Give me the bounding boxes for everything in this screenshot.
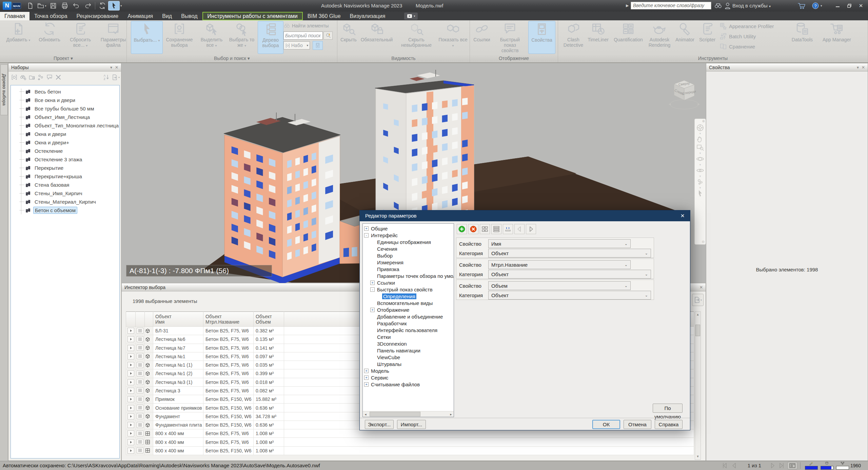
import-button[interactable]: Импорт...: [397, 420, 426, 429]
ribbon-button-cube-lock[interactable]: Обязательный: [359, 21, 394, 54]
tree-expander-icon[interactable]: +: [364, 226, 369, 231]
property-combo[interactable]: Объем⌄: [488, 281, 631, 290]
options-tree-hscrollbar[interactable]: ◂ ▸: [363, 411, 454, 417]
row-grid-button[interactable]: [137, 447, 143, 453]
scroll-down-icon[interactable]: ▼: [695, 454, 701, 459]
options-tree-item[interactable]: Привязка: [363, 266, 454, 272]
ribbon-group-label[interactable]: Проект ▾: [0, 55, 126, 62]
set-item[interactable]: Перекрытие: [11, 164, 119, 172]
navbar-more-icon[interactable]: ⊖: [702, 240, 705, 244]
row-zoom-button[interactable]: [127, 353, 134, 360]
swap-definition-button[interactable]: [503, 224, 513, 234]
options-tree-item[interactable]: Сечения: [363, 245, 454, 252]
ribbon-button-appman[interactable]: App Manager: [820, 21, 854, 54]
ribbon-group-label[interactable]: Инструменты: [558, 55, 868, 62]
qat-customize-icon[interactable]: ▾: [120, 4, 122, 7]
find-gear-button[interactable]: [19, 73, 27, 81]
export-button[interactable]: ▾: [111, 73, 120, 81]
navbar-select-icon[interactable]: [696, 189, 704, 198]
row-zoom-button[interactable]: [127, 379, 134, 385]
set-item[interactable]: Стены_Материал_Кирпич: [11, 198, 119, 206]
set-item[interactable]: Остекление: [11, 147, 119, 155]
ribbon-tab-4[interactable]: Анимация: [123, 12, 157, 20]
options-tree-item[interactable]: Штурвалы: [363, 361, 454, 367]
navbar-zoom-window-icon[interactable]: [696, 143, 704, 151]
new-set-button[interactable]: [36, 73, 45, 81]
row-zoom-button[interactable]: [127, 439, 134, 445]
navbar-dropdown-icon[interactable]: ▾: [699, 132, 701, 135]
category-combo[interactable]: Объект⌄: [488, 270, 651, 279]
qat-new-file-button[interactable]: [24, 1, 36, 11]
close-button[interactable]: ✕: [856, 2, 865, 9]
xmark-button[interactable]: [54, 73, 63, 81]
navigation-bar[interactable]: ⊗ ⊖ ▾▾▾▾▾: [694, 119, 706, 245]
ribbon-group-label[interactable]: Видимость: [337, 55, 470, 62]
row-grid-button[interactable]: [137, 439, 143, 445]
qat-print-button[interactable]: [59, 1, 71, 11]
set-item[interactable]: Объект_Имя_Лестница: [11, 113, 119, 121]
table-header-Объем[interactable]: ОбъектОбъем: [254, 312, 284, 327]
ribbon-group-label[interactable]: Выбор и поиск ▾: [127, 55, 337, 62]
ribbon-button-cube-search[interactable]: Скрыть: [339, 21, 358, 54]
row-zoom-button[interactable]: [127, 345, 134, 351]
ribbon-button-scroll[interactable]: Scripter: [696, 21, 718, 54]
dialog-close-icon[interactable]: ✕: [678, 210, 687, 221]
ribbon-tab-2[interactable]: Точка обзора: [30, 12, 72, 20]
row-zoom-button[interactable]: [127, 388, 134, 394]
row-grid-button[interactable]: [137, 430, 143, 436]
options-tree-item[interactable]: Определения: [363, 293, 454, 300]
inspector-export-button[interactable]: ▾: [692, 294, 704, 306]
ribbon-button-window-check[interactable]: Параметры файла: [96, 21, 130, 54]
inspector-close-icon[interactable]: ✕: [699, 285, 703, 290]
quick-find-button[interactable]: [323, 32, 333, 40]
folder-gear-button[interactable]: [27, 73, 36, 81]
ribbon-button-teapot[interactable]: Autodesk Rendering: [646, 21, 673, 54]
row-grid-button[interactable]: [137, 387, 143, 393]
options-tree-item[interactable]: +Общие: [363, 225, 454, 232]
tree-expander-icon[interactable]: -: [370, 287, 375, 292]
qat-undo-button[interactable]: [71, 1, 82, 11]
navbar-look-around-icon[interactable]: [696, 166, 704, 175]
options-tree-item[interactable]: Единицы отображения: [363, 239, 454, 245]
ribbon-group-label[interactable]: Отображение: [470, 55, 558, 62]
hscroll-thumb[interactable]: [370, 412, 420, 416]
tree-expander-icon[interactable]: +: [370, 308, 375, 312]
options-tree-item[interactable]: Панель навигации: [363, 347, 454, 354]
panel-close-icon[interactable]: ✕: [115, 65, 118, 70]
first-sheet-icon[interactable]: [722, 462, 729, 469]
tree-expander-icon[interactable]: +: [364, 382, 369, 387]
ribbon-tab-1[interactable]: Главная: [0, 12, 29, 20]
properties-header[interactable]: Свойства ▾✕: [706, 63, 868, 71]
set-item[interactable]: Весь бетон: [11, 87, 119, 96]
move-right-button[interactable]: [526, 224, 536, 234]
user-icon[interactable]: [724, 2, 731, 9]
table-row[interactable]: 800 x 400 ммБетон В25, F75, W61.008 м³: [126, 438, 694, 446]
options-tree-item[interactable]: Интерфейс пользователя: [363, 327, 454, 333]
add-definition-button[interactable]: [457, 224, 467, 234]
view-rows-button[interactable]: [491, 224, 501, 234]
table-header-Мтрл.Название[interactable]: ОбъектМтрл.Название: [203, 312, 254, 327]
options-tree-item[interactable]: +Отображение: [363, 306, 454, 313]
row-zoom-button[interactable]: [127, 336, 134, 342]
search-flyout-arrow[interactable]: ▶: [626, 3, 629, 8]
tree-expander-icon[interactable]: +: [364, 369, 369, 373]
options-tree-item[interactable]: +Модель: [363, 367, 454, 374]
options-tree-item[interactable]: Выбор: [363, 252, 454, 259]
table-vertical-scrollbar[interactable]: ▲ ▼: [695, 311, 701, 460]
tree-expander-icon[interactable]: +: [370, 281, 375, 285]
row-zoom-button[interactable]: [127, 422, 134, 428]
ribbon-button-compare[interactable]: Сравнение: [719, 41, 786, 52]
table-row[interactable]: 800 x 400 ммБетон В25, F150, W61.008 м³: [126, 446, 694, 455]
ribbon-button-save-sel[interactable]: Сохранение выбора: [163, 21, 195, 54]
ribbon-tab-3[interactable]: Рецензирование: [72, 12, 123, 20]
row-zoom-button[interactable]: [127, 370, 134, 376]
restore-button[interactable]: [845, 2, 854, 9]
prev-sheet-icon[interactable]: [731, 462, 737, 469]
row-zoom-button[interactable]: [127, 405, 134, 411]
navbar-dropdown-icon[interactable]: ▾: [699, 163, 701, 166]
property-combo[interactable]: Мтрл.Название⌄: [488, 260, 631, 269]
set-item[interactable]: Перекрытие+крыша: [11, 172, 119, 181]
ribbon-button-cursor[interactable]: Выбрать... ▾: [131, 21, 163, 54]
ribbon-button-tree-list[interactable]: Дерево выбора: [258, 21, 283, 54]
qat-open-button[interactable]: ▾: [36, 1, 47, 11]
